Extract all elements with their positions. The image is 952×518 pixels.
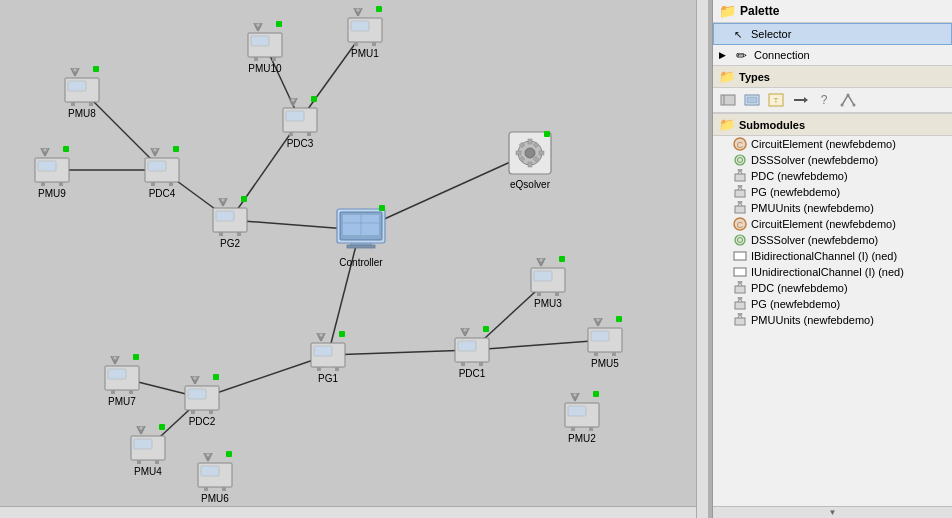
svg-line-155 bbox=[842, 95, 848, 105]
submodule-item-dss2[interactable]: DSSSolver (newfebdemo) bbox=[713, 232, 952, 248]
submodule-item-pdc2[interactable]: PDC (newfebdemo) bbox=[713, 280, 952, 296]
submodules-section: 📁 Submodules bbox=[713, 113, 952, 136]
green-indicator bbox=[544, 131, 550, 137]
svg-rect-129 bbox=[347, 245, 375, 248]
palette-header: 📁 Palette bbox=[713, 0, 952, 23]
type-btn-2[interactable] bbox=[741, 90, 763, 110]
svg-line-156 bbox=[848, 95, 854, 105]
svg-text:?: ? bbox=[821, 93, 828, 107]
node-pdc3[interactable]: PDC3 bbox=[281, 98, 319, 149]
submodule-item-pg1[interactable]: PG (newfebdemo) bbox=[713, 184, 952, 200]
submodule-item-unidi[interactable]: IUnidirectionalChannel (I) (ned) bbox=[713, 264, 952, 280]
node-controller[interactable]: Controller bbox=[335, 205, 387, 268]
svg-rect-193 bbox=[738, 313, 742, 315]
svg-rect-118 bbox=[137, 460, 141, 464]
types-folder-icon: 📁 bbox=[719, 69, 735, 84]
node-icon-pdc2 bbox=[183, 376, 221, 414]
palette-selector[interactable]: ↖ Selector bbox=[713, 23, 952, 45]
connection-icon: ✏ bbox=[733, 47, 749, 63]
rect-icon bbox=[733, 249, 747, 263]
node-pmu2[interactable]: PMU2 bbox=[563, 393, 601, 444]
node-pmu4[interactable]: PMU4 bbox=[129, 426, 167, 477]
svg-rect-103 bbox=[129, 390, 133, 394]
node-label-pmu9: PMU9 bbox=[38, 188, 66, 199]
node-label-pmu4: PMU4 bbox=[134, 466, 162, 477]
type-btn-1[interactable] bbox=[717, 90, 739, 110]
svg-rect-85 bbox=[458, 341, 476, 351]
node-pg1[interactable]: PG1 bbox=[309, 333, 347, 384]
submodule-item-pmu1[interactable]: PMUUnits (newfebdemo) bbox=[713, 200, 952, 216]
type-btn-3[interactable]: T bbox=[765, 90, 787, 110]
svg-rect-69 bbox=[591, 331, 609, 341]
rect-icon bbox=[733, 265, 747, 279]
svg-rect-87 bbox=[479, 362, 483, 366]
node-label-pmu6: PMU6 bbox=[201, 493, 229, 504]
canvas-hscrollbar[interactable] bbox=[0, 506, 708, 518]
node-pmu1[interactable]: PMU1 bbox=[346, 8, 384, 59]
svg-rect-7 bbox=[272, 57, 276, 61]
palette-scroll-area[interactable]: ↖ Selector ▶ ✏ Connection 📁 Types bbox=[713, 23, 952, 506]
pmu-small-icon bbox=[733, 185, 747, 199]
svg-rect-175 bbox=[738, 201, 742, 203]
pmu9-svg bbox=[33, 148, 71, 186]
submodule-item-dss1[interactable]: DSSSolver (newfebdemo) bbox=[713, 152, 952, 168]
node-icon-pdc3 bbox=[281, 98, 319, 136]
gear-icon bbox=[733, 233, 747, 247]
svg-rect-99 bbox=[113, 356, 117, 360]
svg-rect-27 bbox=[43, 148, 47, 152]
type-btn-6[interactable] bbox=[837, 90, 859, 110]
svg-rect-21 bbox=[68, 81, 86, 91]
node-pmu7[interactable]: PMU7 bbox=[103, 356, 141, 407]
svg-rect-172 bbox=[735, 206, 745, 213]
submodule-item-pdc1[interactable]: PDC (newfebdemo) bbox=[713, 168, 952, 184]
pdc1-svg bbox=[453, 328, 491, 366]
svg-rect-123 bbox=[206, 453, 210, 457]
palette-scroll-bottom[interactable]: ▼ bbox=[713, 506, 952, 518]
node-eqsolver[interactable]: eQsolver bbox=[508, 131, 552, 190]
palette-connection[interactable]: ▶ ✏ Connection bbox=[713, 45, 952, 65]
submodule-item-circuit2[interactable]: CCircuitElement (newfebdemo) bbox=[713, 216, 952, 232]
node-pdc4[interactable]: PDC4 bbox=[143, 148, 181, 199]
type-icon-2 bbox=[744, 93, 760, 107]
svg-text:C: C bbox=[737, 220, 744, 230]
gear-icon bbox=[733, 153, 747, 167]
types-toolbar: T ? bbox=[713, 88, 952, 113]
node-pmu3[interactable]: PMU3 bbox=[529, 258, 567, 309]
svg-rect-119 bbox=[155, 460, 159, 464]
svg-rect-167 bbox=[738, 169, 742, 171]
node-label-pg1: PG1 bbox=[318, 373, 338, 384]
svg-point-157 bbox=[847, 94, 850, 97]
node-pmu5[interactable]: PMU5 bbox=[586, 318, 624, 369]
node-pdc1[interactable]: PDC1 bbox=[453, 328, 491, 379]
svg-rect-71 bbox=[612, 352, 616, 356]
canvas-vscrollbar[interactable] bbox=[696, 0, 708, 518]
submodule-item-circuit1[interactable]: CCircuitElement (newfebdemo) bbox=[713, 136, 952, 152]
green-indicator bbox=[311, 96, 317, 102]
submodule-item-pg2[interactable]: PG (newfebdemo) bbox=[713, 296, 952, 312]
green-indicator bbox=[483, 326, 489, 332]
node-pmu8[interactable]: PMU8 bbox=[63, 68, 101, 119]
submodule-item-pmu2[interactable]: PMUUnits (newfebdemo) bbox=[713, 312, 952, 328]
green-indicator bbox=[63, 146, 69, 152]
node-pmu6[interactable]: PMU6 bbox=[196, 453, 234, 504]
type-btn-4[interactable] bbox=[789, 90, 811, 110]
node-icon-pmu1 bbox=[346, 8, 384, 46]
svg-rect-94 bbox=[317, 367, 321, 371]
svg-rect-125 bbox=[201, 466, 219, 476]
node-pdc2[interactable]: PDC2 bbox=[183, 376, 221, 427]
svg-rect-5 bbox=[251, 36, 269, 46]
node-pmu9[interactable]: PMU9 bbox=[33, 148, 71, 199]
svg-rect-39 bbox=[307, 132, 311, 136]
node-pmu10[interactable]: PMU10 bbox=[246, 23, 284, 74]
controller-svg bbox=[335, 205, 387, 253]
node-pg2[interactable]: PG2 bbox=[211, 198, 249, 249]
type-btn-5[interactable]: ? bbox=[813, 90, 835, 110]
canvas-area[interactable]: PMU10 PMU1 bbox=[0, 0, 708, 518]
node-label-pmu8: PMU8 bbox=[68, 108, 96, 119]
svg-rect-19 bbox=[73, 68, 77, 72]
svg-rect-63 bbox=[555, 292, 559, 296]
pdc2-svg bbox=[183, 376, 221, 414]
submodule-item-bidi[interactable]: IBidirectionalChannel (I) (ned) bbox=[713, 248, 952, 264]
svg-rect-70 bbox=[594, 352, 598, 356]
green-indicator bbox=[276, 21, 282, 27]
